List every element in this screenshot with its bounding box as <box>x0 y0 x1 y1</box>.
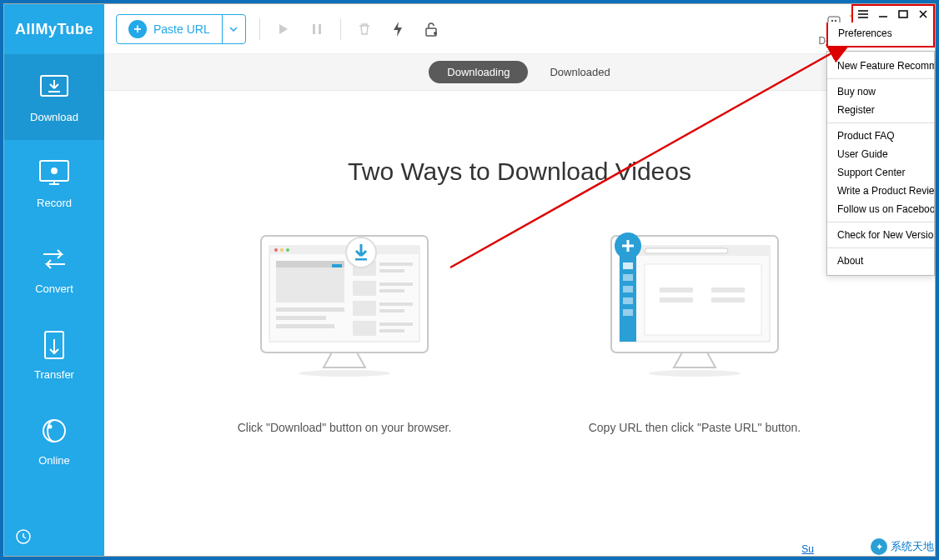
watermark: ✦ 系统天地 <box>871 538 934 555</box>
sidebar-footer <box>4 518 104 556</box>
svg-rect-51 <box>623 274 633 281</box>
sidebar-item-label: Download <box>30 111 78 123</box>
svg-rect-39 <box>353 321 376 336</box>
menu-item-preferences[interactable]: Preferences <box>826 22 935 48</box>
svg-point-6 <box>43 420 65 442</box>
svg-rect-0 <box>899 11 907 18</box>
svg-rect-52 <box>623 286 633 292</box>
hamburger-icon[interactable] <box>856 8 870 21</box>
context-menu: New Feature Recommend Buy now Register P… <box>826 51 935 276</box>
svg-rect-35 <box>379 289 404 292</box>
svg-rect-2 <box>48 91 60 92</box>
svg-rect-26 <box>332 264 342 268</box>
svg-rect-53 <box>623 298 633 304</box>
sidebar-item-label: Convert <box>35 282 73 295</box>
record-icon <box>39 158 69 188</box>
svg-rect-28 <box>276 316 326 320</box>
illustration-download <box>236 228 453 394</box>
sidebar-item-online[interactable]: Online <box>4 398 104 483</box>
svg-rect-44 <box>355 258 367 261</box>
content-area: + Paste URL <box>104 4 935 556</box>
svg-point-12 <box>434 32 437 35</box>
sidebar-item-record[interactable]: Record <box>4 140 104 226</box>
menu-item[interactable]: User Guide <box>827 145 934 163</box>
sidebar-item-label: Online <box>38 454 70 467</box>
toolbar: + Paste URL <box>104 4 935 54</box>
svg-rect-31 <box>379 262 413 266</box>
way-2: Copy URL then click "Paste URL" button. <box>570 228 820 437</box>
menu-item[interactable]: Check for New Version <box>827 226 934 244</box>
menu-separator <box>827 122 934 123</box>
svg-point-23 <box>286 248 289 252</box>
svg-rect-59 <box>711 298 745 302</box>
menu-item[interactable]: New Feature Recommend <box>827 57 934 75</box>
svg-rect-40 <box>379 322 413 326</box>
svg-rect-38 <box>379 309 404 312</box>
way-1-caption: Click "Download" button on your browser. <box>238 419 452 437</box>
svg-rect-58 <box>711 288 745 292</box>
svg-point-42 <box>299 370 390 377</box>
sidebar-item-label: Transfer <box>34 368 74 381</box>
play-icon[interactable] <box>274 19 294 39</box>
sidebar-item-label: Record <box>37 197 72 209</box>
divider <box>340 18 341 40</box>
paste-url-dropdown[interactable] <box>222 15 245 43</box>
svg-point-60 <box>649 370 741 377</box>
svg-rect-20 <box>269 246 419 254</box>
tab-bar: Downloading Downloaded <box>104 54 935 91</box>
sidebar-item-download[interactable]: Download <box>4 54 104 140</box>
svg-point-21 <box>274 248 278 252</box>
sidebar-item-convert[interactable]: Convert <box>4 226 104 312</box>
divider <box>259 18 260 40</box>
globe-icon: ✦ <box>871 538 887 555</box>
svg-rect-10 <box>319 24 321 34</box>
menu-item[interactable]: Support Center <box>827 163 934 182</box>
transfer-icon <box>39 330 69 360</box>
svg-point-22 <box>280 248 284 252</box>
svg-point-7 <box>48 425 53 429</box>
menu-separator <box>827 222 934 222</box>
svg-rect-54 <box>623 309 633 316</box>
convert-icon <box>39 244 69 274</box>
svg-rect-57 <box>660 298 693 302</box>
svg-point-15 <box>835 19 836 21</box>
paste-url-label: Paste URL <box>153 22 210 36</box>
menu-separator <box>827 78 934 79</box>
svg-rect-33 <box>353 281 376 296</box>
su-link: Su <box>801 543 814 555</box>
paste-url-button[interactable]: + Paste URL <box>116 14 246 44</box>
plus-icon: + <box>128 20 147 38</box>
online-icon <box>39 416 69 446</box>
menu-separator <box>827 248 934 248</box>
way-2-caption: Copy URL then click "Paste URL" button. <box>589 419 801 437</box>
svg-rect-50 <box>623 262 633 269</box>
menu-item[interactable]: Follow us on Facebook <box>827 200 934 218</box>
close-button[interactable] <box>916 8 930 21</box>
svg-rect-41 <box>379 329 404 332</box>
watermark-text: 系统天地 <box>891 539 934 554</box>
main-body: Two Ways to Download Videos <box>104 91 935 556</box>
tab-downloaded[interactable]: Downloaded <box>550 66 610 78</box>
pause-icon[interactable] <box>307 19 327 39</box>
tab-downloading[interactable]: Downloading <box>429 61 528 83</box>
svg-rect-56 <box>660 288 693 292</box>
lock-icon[interactable] <box>421 19 441 39</box>
menu-item[interactable]: Register <box>827 101 934 119</box>
svg-point-14 <box>831 19 833 21</box>
sidebar-item-transfer[interactable]: Transfer <box>4 312 104 398</box>
window-controls-highlight <box>851 4 935 24</box>
menu-item[interactable]: About <box>827 252 934 270</box>
lightning-icon[interactable] <box>388 19 408 39</box>
menu-item[interactable]: Buy now <box>827 82 934 101</box>
svg-rect-37 <box>379 302 413 306</box>
maximize-button[interactable] <box>896 8 910 21</box>
menu-item[interactable]: Product FAQ <box>827 127 934 145</box>
minimize-button[interactable] <box>876 8 890 21</box>
trash-icon[interactable] <box>354 19 374 39</box>
menu-item[interactable]: Write a Product Review <box>827 182 934 200</box>
clock-icon[interactable] <box>16 529 93 544</box>
svg-rect-48 <box>645 248 728 253</box>
download-icon <box>39 72 69 102</box>
headline: Two Ways to Download Videos <box>348 158 691 186</box>
way-1: Click "Download" button on your browser. <box>219 228 470 437</box>
